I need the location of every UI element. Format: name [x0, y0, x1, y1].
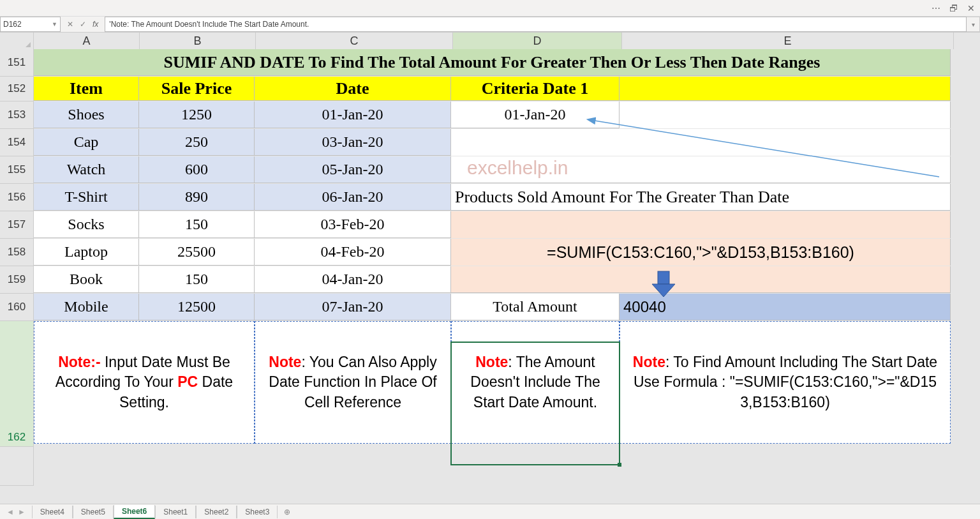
cell-C154[interactable]: 03-Jan-20	[255, 129, 451, 156]
cell-C153[interactable]: 01-Jan-20	[255, 102, 451, 128]
row-header-156[interactable]: 156	[0, 184, 34, 211]
col-header-A[interactable]: A	[34, 33, 140, 50]
tab-nav[interactable]: ◄ ►	[0, 508, 32, 516]
tab-sheet1[interactable]: Sheet1	[155, 506, 196, 518]
formula-box-top[interactable]	[451, 211, 951, 238]
note-body: : To Find Amount Including The Start Dat…	[634, 354, 937, 410]
cell-B153[interactable]: 1250	[139, 102, 255, 128]
greater-than-label[interactable]: Products Sold Amount For The Greater Tha…	[451, 184, 951, 211]
cell-C157[interactable]: 03-Feb-20	[255, 211, 451, 238]
name-box-dropdown-icon[interactable]: ▼	[52, 21, 57, 27]
close-icon[interactable]: ✕	[967, 3, 975, 13]
note-prefix: Note	[633, 354, 665, 370]
row-header-157[interactable]: 157	[0, 211, 34, 239]
row-header-158[interactable]: 158	[0, 239, 34, 266]
empty-area	[34, 447, 951, 485]
tab-sheet4[interactable]: Sheet4	[32, 506, 73, 518]
row-header-153[interactable]: 153	[0, 102, 34, 129]
col-header-E[interactable]: E	[622, 33, 954, 50]
fx-controls: ✕ ✓ fx	[61, 17, 105, 32]
cell-A157[interactable]: Socks	[34, 211, 139, 238]
row-header-152[interactable]: 152	[0, 77, 34, 102]
cell-extra	[951, 266, 980, 293]
confirm-icon[interactable]: ✓	[80, 20, 86, 29]
note-c[interactable]: Note: You Can Also Apply Date Function I…	[255, 321, 451, 444]
cell-E153[interactable]	[620, 102, 951, 128]
row-160: 160 Mobile 12500 07-Jan-20 Total Amount …	[0, 294, 980, 321]
title-cell[interactable]: SUMIF AND DATE To Find The Total Amount …	[34, 49, 951, 76]
cancel-icon[interactable]: ✕	[67, 20, 73, 29]
grid-body: 151 SUMIF AND DATE To Find The Total Amo…	[0, 49, 980, 486]
note-ab[interactable]: Note:- Input Date Must Be According To Y…	[34, 321, 255, 444]
cell-C155[interactable]: 05-Jan-20	[255, 156, 451, 183]
cell-A154[interactable]: Cap	[34, 129, 139, 156]
header-empty[interactable]	[620, 77, 951, 101]
merged-155[interactable]	[451, 156, 951, 183]
cell-C160[interactable]: 07-Jan-20	[255, 294, 451, 320]
header-item[interactable]: Item	[34, 77, 139, 101]
row-162: 162 Note:- Input Date Must Be According …	[0, 321, 980, 447]
fx-icon[interactable]: fx	[93, 20, 98, 29]
cell-B155[interactable]: 600	[139, 156, 255, 183]
selection-handle[interactable]	[618, 463, 621, 467]
note-prefix: Note	[475, 354, 508, 370]
cell-B159[interactable]: 150	[139, 266, 255, 293]
note-d-text: Note: The Amount Doesn't Include The Sta…	[456, 352, 615, 412]
tab-sheet5[interactable]: Sheet5	[73, 506, 114, 518]
note-d[interactable]: Note: The Amount Doesn't Include The Sta…	[451, 321, 620, 444]
row-header-159[interactable]: 159	[0, 266, 34, 294]
cell-C158[interactable]: 04-Feb-20	[255, 239, 451, 266]
note-pc: PC	[177, 373, 198, 390]
row-155: 155 Watch 600 05-Jan-20	[0, 156, 980, 184]
more-icon[interactable]: ⋯	[932, 3, 940, 13]
note-e[interactable]: Note: To Find Amount Including The Start…	[620, 321, 951, 444]
cell-A159[interactable]: Book	[34, 266, 139, 293]
total-amount-label[interactable]: Total Amount	[451, 294, 620, 320]
row-157: 157 Socks 150 03-Feb-20	[0, 211, 980, 239]
col-header-C[interactable]: C	[256, 33, 453, 50]
formula-bar: D162 ▼ ✕ ✓ fx 'Note: The Amount Doesn't …	[0, 17, 980, 33]
name-box[interactable]: D162 ▼	[0, 17, 61, 32]
row-header-154[interactable]: 154	[0, 129, 34, 156]
col-header-D[interactable]: D	[453, 33, 622, 50]
formula-text: 'Note: The Amount Doesn't Include The St…	[109, 20, 309, 29]
cell-A155[interactable]: Watch	[34, 156, 139, 183]
row-header-155[interactable]: 155	[0, 156, 34, 184]
tab-sheet6[interactable]: Sheet6	[114, 505, 155, 519]
formula-display[interactable]: =SUMIF(C153:C160,">"&D153,B153:B160)	[451, 239, 951, 266]
restore-icon[interactable]: 🗗	[949, 3, 958, 13]
cell-C159[interactable]: 04-Jan-20	[255, 266, 451, 293]
note-prefix: Note	[269, 354, 301, 370]
header-sale-price[interactable]: Sale Price	[139, 77, 255, 101]
total-amount-value[interactable]: 40040	[620, 294, 951, 320]
tab-sheet3[interactable]: Sheet3	[237, 506, 278, 518]
cell-B157[interactable]: 150	[139, 211, 255, 238]
cell-A160[interactable]: Mobile	[34, 294, 139, 320]
cell-B158[interactable]: 25500	[139, 239, 255, 266]
col-header-B[interactable]: B	[140, 33, 256, 50]
cell-C156[interactable]: 06-Jan-20	[255, 184, 451, 211]
formula-input[interactable]: 'Note: The Amount Doesn't Include The St…	[105, 17, 967, 32]
header-date[interactable]: Date	[255, 77, 451, 101]
row-header-160[interactable]: 160	[0, 294, 34, 321]
tab-next-icon[interactable]: ►	[18, 508, 26, 516]
cell-B156[interactable]: 890	[139, 184, 255, 211]
row-header-extra[interactable]	[0, 447, 34, 486]
cell-B160[interactable]: 12500	[139, 294, 255, 320]
formula-box-bottom[interactable]	[451, 266, 951, 293]
tab-sheet2[interactable]: Sheet2	[196, 506, 237, 518]
col-header-extra[interactable]	[954, 33, 980, 50]
cell-D153[interactable]: 01-Jan-20	[451, 102, 620, 128]
cell-A156[interactable]: T-Shirt	[34, 184, 139, 211]
header-criteria-date[interactable]: Criteria Date 1	[451, 77, 620, 101]
merged-D154-E155[interactable]	[451, 129, 951, 156]
row-header-151[interactable]: 151	[0, 49, 34, 77]
formula-expand-icon[interactable]: ▾	[967, 17, 980, 32]
cell-A158[interactable]: Laptop	[34, 239, 139, 266]
cell-B154[interactable]: 250	[139, 129, 255, 156]
select-all-corner[interactable]	[0, 33, 34, 50]
add-sheet-icon[interactable]: ⊕	[278, 508, 297, 516]
row-header-162[interactable]: 162	[0, 321, 34, 447]
cell-A153[interactable]: Shoes	[34, 102, 139, 128]
tab-prev-icon[interactable]: ◄	[6, 508, 14, 516]
